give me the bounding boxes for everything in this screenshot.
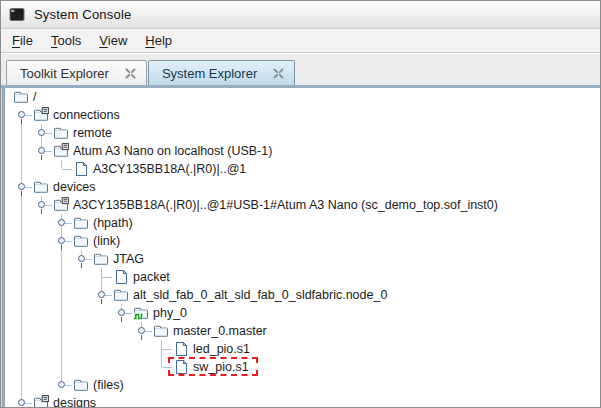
tree-item-phy-0[interactable]: phy_0: [7, 304, 600, 322]
tree-item-label: alt_sld_fab_0_alt_sld_fab_0_sldfabric.no…: [133, 286, 387, 304]
tree-guide: [21, 196, 22, 214]
tab-bar: Toolkit ExplorerSystem Explorer: [1, 53, 600, 85]
tree-guide: [21, 214, 22, 232]
tree-item-label: devices: [53, 178, 95, 196]
expand-handle-expanded[interactable]: [18, 111, 25, 118]
tree-item-label: packet: [133, 268, 170, 286]
tree-guide: [21, 268, 22, 286]
tree-guide: [161, 358, 162, 367]
tree-item-label: sw_pio.s1: [193, 358, 249, 376]
tab-label: Toolkit Explorer: [20, 66, 109, 81]
folder-icon: [93, 251, 109, 267]
menu-item-help[interactable]: Help: [136, 30, 181, 51]
tree-connector: [25, 115, 32, 116]
tree-connector: [125, 313, 132, 314]
tree-item-label: connections: [53, 106, 120, 124]
tree-item-a3cy135bb18a-r0-1[interactable]: A3CY135BB18A(.|R0)|..@1: [7, 160, 600, 178]
file-icon: [173, 341, 189, 357]
menu-item-file[interactable]: File: [3, 30, 42, 51]
tree-item-label: A3CY135BB18A(.|R0)|..@1#USB-1#Atum A3 Na…: [73, 196, 498, 214]
tree-connector: [62, 169, 72, 170]
tab-toolkit-explorer[interactable]: Toolkit Explorer: [6, 60, 147, 85]
tree-guide: [61, 340, 62, 358]
tree-guide: [61, 160, 62, 169]
tree-item-sw-pio-s1[interactable]: sw_pio.s1: [7, 358, 600, 376]
tree-item-alt-sld-fab-0-alt-sld-fab-0-sldfabric-node-0[interactable]: alt_sld_fab_0_alt_sld_fab_0_sldfabric.no…: [7, 286, 600, 304]
tree-item-connections[interactable]: connections: [7, 106, 600, 124]
tree-connector: [25, 403, 32, 404]
tree-item-link[interactable]: (link): [7, 232, 600, 250]
tree-item-master-0-master[interactable]: master_0.master: [7, 322, 600, 340]
tree-connector: [102, 277, 112, 278]
expand-handle-expanded[interactable]: [38, 201, 45, 208]
tree-guide: [61, 304, 62, 322]
close-icon[interactable]: [125, 68, 136, 79]
menu-item-tools[interactable]: Tools: [42, 30, 90, 51]
tree-item-label: designs: [53, 394, 96, 408]
expand-handle-expanded[interactable]: [138, 327, 145, 334]
tree-item-label: JTAG: [113, 250, 144, 268]
tree-guide: [61, 250, 62, 268]
tree-item-atum-a3-nano-on-localhost-usb-1[interactable]: Atum A3 Nano on localhost (USB-1): [7, 142, 600, 160]
tree-connector: [25, 187, 32, 188]
folder-icon: [13, 89, 29, 105]
tree-guide: [61, 268, 62, 286]
expand-handle-collapsed[interactable]: [58, 381, 65, 388]
tree-item-label: A3CY135BB18A(.|R0)|..@1: [93, 160, 246, 178]
expand-handle-collapsed[interactable]: [18, 399, 25, 406]
tree-item-label: led_pio.s1: [193, 340, 250, 358]
tree-guide: [21, 340, 22, 358]
tab-label: System Explorer: [162, 66, 257, 81]
tab-system-explorer[interactable]: System Explorer: [148, 60, 295, 85]
tree-item-hpath[interactable]: (hpath): [7, 214, 600, 232]
tree-item-label: (hpath): [93, 214, 133, 232]
folder-icon: [73, 377, 89, 393]
tree-item-remote[interactable]: remote: [7, 124, 600, 142]
tree-item-root[interactable]: /: [7, 88, 600, 106]
tree-connector: [65, 385, 72, 386]
tree-viewport: /connectionsremoteAtum A3 Nano on localh…: [2, 88, 600, 408]
expand-handle-expanded[interactable]: [38, 147, 45, 154]
tree-guide: [61, 358, 62, 376]
folder-icon: [73, 215, 89, 231]
tree-item-label: phy_0: [153, 304, 187, 322]
expand-handle-collapsed[interactable]: [58, 219, 65, 226]
tree-item-files[interactable]: (files): [7, 376, 600, 394]
tree-guide: [21, 142, 22, 160]
folder-icon: [153, 323, 169, 339]
folder-badge-icon: [53, 143, 69, 159]
tree-connector: [45, 205, 52, 206]
expand-handle-collapsed[interactable]: [38, 129, 45, 136]
expand-handle-expanded[interactable]: [78, 255, 85, 262]
tree-item-designs[interactable]: designs: [7, 394, 600, 408]
tree-connector: [65, 241, 72, 242]
console-icon: [9, 7, 25, 22]
tree-guide: [21, 250, 22, 268]
file-icon: [73, 161, 89, 177]
expand-handle-expanded[interactable]: [58, 237, 65, 244]
title-bar[interactable]: System Console: [1, 1, 600, 29]
system-console-window: System Console FileToolsViewHelp Toolkit…: [0, 0, 601, 408]
tree-connector: [65, 223, 72, 224]
tree-item-packet[interactable]: packet: [7, 268, 600, 286]
expand-handle-expanded[interactable]: [98, 291, 105, 298]
tree-connector: [45, 133, 52, 134]
explorer-panel: /connectionsremoteAtum A3 Nano on localh…: [1, 85, 600, 408]
tree-connector: [145, 331, 152, 332]
expand-handle-expanded[interactable]: [18, 183, 25, 190]
tree-item-a3cy135bb18a-r0-1-usb-1-atum-a3-nano-sc-demo-top-sof-inst0[interactable]: A3CY135BB18A(.|R0)|..@1#USB-1#Atum A3 Na…: [7, 196, 600, 214]
expand-handle-expanded[interactable]: [118, 309, 125, 316]
menu-bar: FileToolsViewHelp: [1, 29, 600, 53]
close-icon[interactable]: [273, 68, 284, 79]
tree-guide: [21, 358, 22, 376]
tree-guide: [21, 124, 22, 142]
tree-item-label: remote: [73, 124, 112, 142]
tree-item-led-pio-s1[interactable]: led_pio.s1: [7, 340, 600, 358]
tree-item-jtag[interactable]: JTAG: [7, 250, 600, 268]
tree-item-devices[interactable]: devices: [7, 178, 600, 196]
file-icon: [113, 269, 129, 285]
tree-connector: [162, 349, 172, 350]
menu-item-view[interactable]: View: [90, 30, 136, 51]
tree-guide: [21, 160, 22, 178]
tree-connector: [45, 151, 52, 152]
